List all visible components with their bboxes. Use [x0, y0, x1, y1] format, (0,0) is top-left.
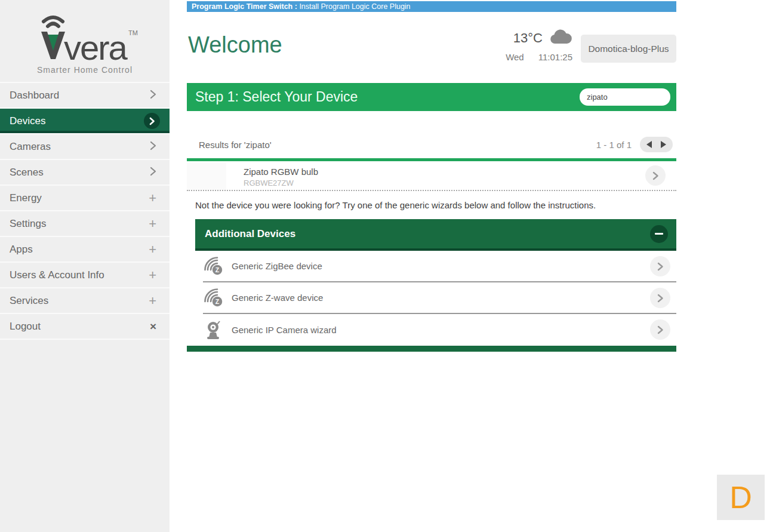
device-result-row[interactable]: Zipato RGBW bulb RGBWE27ZW: [187, 161, 676, 191]
sidebar-item-logout[interactable]: Logout ×: [0, 314, 170, 340]
sidebar-item-label: Scenes: [10, 167, 44, 179]
sidebar-item-services[interactable]: Services +: [0, 288, 170, 314]
additional-devices-header[interactable]: Additional Devices: [195, 219, 676, 248]
sidebar-item-label: Logout: [10, 321, 41, 333]
clock-time: 11:01:25: [538, 52, 572, 62]
results-header: Results for 'zipato' 1 - 1 of 1: [187, 133, 676, 156]
plus-icon: +: [149, 192, 156, 205]
cloud-icon: [549, 29, 572, 48]
triangle-left-icon: [646, 141, 652, 148]
svg-text:Z: Z: [215, 298, 220, 305]
pagination: [640, 137, 673, 152]
device-result-model: RGBWE27ZW: [244, 179, 318, 187]
zigbee-icon: Z: [203, 257, 224, 275]
next-page-button[interactable]: [661, 141, 666, 148]
sidebar-item-label: Settings: [10, 218, 46, 230]
controller-select-button[interactable]: Domotica-blog-Plus: [581, 35, 676, 63]
domotica-logo-letter: D: [729, 479, 752, 515]
vera-brand-text: vera: [64, 28, 128, 67]
plus-icon: +: [149, 269, 156, 282]
prev-page-button[interactable]: [646, 141, 652, 148]
chevron-right-circle-icon[interactable]: [645, 165, 666, 186]
generic-zwave-label: Generic Z-wave device: [232, 293, 323, 303]
header-right: 13°C Wed 11:01:25 Domotica-blog-Plus: [506, 27, 676, 63]
sidebar-item-dashboard[interactable]: Dashboard: [0, 83, 170, 109]
plus-icon: +: [149, 217, 156, 230]
app-root: vera TM Smarter Home Control Dashboard D…: [0, 0, 776, 532]
additional-devices-title: Additional Devices: [205, 228, 295, 240]
main-content: Program Logic Timer Switch : Install Pro…: [187, 0, 676, 352]
collapse-additional-devices-button[interactable]: [650, 225, 668, 243]
step1-title: Step 1: Select Your Device: [195, 89, 358, 105]
generic-zigbee-label: Generic ZigBee device: [232, 261, 322, 271]
sidebar-item-label: Services: [10, 295, 48, 307]
sidebar-item-label: Cameras: [10, 141, 51, 153]
ip-camera-icon: [203, 321, 224, 340]
results-pagination-group: 1 - 1 of 1: [596, 137, 673, 152]
device-result-title: Zipato RGBW bulb: [244, 167, 318, 177]
chevron-right-circle-icon[interactable]: [650, 256, 670, 276]
banner-title: Program Logic Timer Switch :: [192, 2, 297, 11]
step1-header: Step 1: Select Your Device: [187, 83, 676, 111]
generic-wizard-hint: Not the device you were looking for? Try…: [195, 200, 676, 211]
generic-ip-camera-label: Generic IP Camera wizard: [232, 325, 337, 335]
domotica-logo: D: [717, 475, 765, 520]
page-title: Welcome: [188, 32, 282, 58]
sidebar-item-apps[interactable]: Apps +: [0, 237, 170, 263]
sidebar-item-users-account-info[interactable]: Users & Account Info +: [0, 263, 170, 288]
device-search-input[interactable]: [580, 88, 670, 106]
sidebar: vera TM Smarter Home Control Dashboard D…: [0, 0, 170, 532]
page-header: Welcome 13°C Wed 11:01:25 Domotica-blog-…: [187, 12, 676, 83]
device-result-text: Zipato RGBW bulb RGBWE27ZW: [244, 167, 318, 187]
sidebar-item-scenes[interactable]: Scenes: [0, 160, 170, 186]
zwave-icon: Z: [203, 288, 224, 307]
chevron-right-icon: [150, 167, 156, 179]
banner-subtitle: Install Program Logic Core Plugin: [299, 2, 410, 11]
weekday-label: Wed: [506, 52, 524, 62]
svg-text:Z: Z: [215, 266, 220, 273]
plugin-banner[interactable]: Program Logic Timer Switch : Install Pro…: [187, 1, 676, 12]
chevron-right-circle-icon[interactable]: [650, 288, 670, 308]
minus-icon: [655, 233, 663, 235]
weather-widget: 13°C Wed 11:01:25: [506, 29, 572, 63]
additional-devices-list: Z Generic ZigBee device Z: [203, 248, 676, 346]
sidebar-item-label: Users & Account Info: [10, 269, 104, 281]
section-bottom-bar: [187, 346, 676, 352]
generic-zwave-row[interactable]: Z Generic Z-wave device: [203, 282, 676, 314]
sidebar-item-devices[interactable]: Devices: [0, 109, 170, 134]
chevron-right-icon: [150, 90, 156, 102]
sidebar-item-cameras[interactable]: Cameras: [0, 134, 170, 160]
results-count: 1 - 1 of 1: [596, 140, 632, 150]
vera-logo-icon: vera TM: [28, 14, 141, 69]
results-label: Results for 'zipato': [199, 140, 272, 150]
sidebar-item-label: Energy: [10, 192, 42, 204]
sidebar-menu: Dashboard Devices Cameras Scenes Energy …: [0, 82, 170, 340]
plus-icon: +: [149, 294, 156, 307]
chevron-right-icon: [150, 141, 156, 153]
device-thumbnail: [187, 162, 226, 190]
chevron-right-circle-icon[interactable]: [650, 319, 670, 340]
close-icon: ×: [150, 321, 156, 332]
sidebar-item-label: Dashboard: [10, 90, 59, 102]
vera-logo: vera TM Smarter Home Control: [0, 0, 170, 82]
sidebar-item-settings[interactable]: Settings +: [0, 211, 170, 237]
sidebar-item-label: Apps: [10, 244, 33, 256]
generic-ip-camera-row[interactable]: Generic IP Camera wizard: [203, 314, 676, 346]
triangle-right-icon: [661, 141, 666, 148]
sidebar-item-label: Devices: [10, 115, 45, 127]
generic-zigbee-row[interactable]: Z Generic ZigBee device: [203, 251, 676, 282]
vera-tm-text: TM: [128, 29, 138, 36]
vera-tagline: Smarter Home Control: [37, 65, 133, 75]
chevron-right-circle-icon: [144, 113, 160, 129]
plus-icon: +: [149, 243, 156, 256]
temperature-value: 13°C: [513, 30, 543, 46]
sidebar-item-energy[interactable]: Energy +: [0, 186, 170, 211]
